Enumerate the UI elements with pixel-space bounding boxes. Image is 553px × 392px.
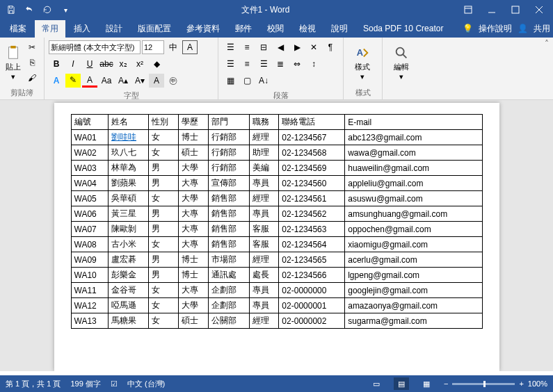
change-case-icon[interactable]: Aa (99, 74, 114, 88)
tab-file[interactable]: 檔案 (3, 20, 33, 38)
subscript-button[interactable]: x₂ (115, 57, 131, 71)
table-cell[interactable]: 行銷部 (209, 130, 249, 145)
table-cell[interactable]: 金谷哥 (109, 283, 149, 298)
table-cell[interactable]: 大專 (179, 283, 209, 298)
table-cell[interactable]: 博士 (179, 252, 209, 268)
table-cell[interactable]: 男 (149, 206, 179, 222)
table-cell[interactable]: 大專 (179, 237, 209, 252)
enclose-char-icon[interactable]: ㊥ (166, 74, 181, 88)
table-cell[interactable]: WA12 (71, 298, 109, 313)
table-header[interactable]: E-mail (345, 115, 482, 130)
table-row[interactable]: WA11金谷哥女大專企劃部專員02-0000000googlejin@gmail… (71, 283, 482, 298)
table-cell[interactable]: 啞馬遜 (109, 298, 149, 313)
table-header[interactable]: 姓名 (109, 115, 149, 130)
font-size-select[interactable]: 12 (142, 40, 164, 54)
paste-button[interactable]: 貼上▾ (4, 40, 22, 86)
table-cell[interactable]: 助理 (249, 145, 279, 161)
table-cell[interactable]: 黃三星 (109, 206, 149, 222)
table-row[interactable]: WA07陳歐剝男大專銷售部客服02-1234563oppochen@gmail.… (71, 222, 482, 237)
table-cell[interactable]: WA11 (71, 283, 109, 298)
line-spacing-icon[interactable]: ↕ (306, 57, 321, 71)
table-row[interactable]: WA12啞馬遜女大學企劃部專員02-0000001amazaonya@gmail… (71, 298, 482, 313)
table-header[interactable]: 性別 (149, 115, 179, 130)
table-cell[interactable]: 02-0000000 (279, 283, 345, 298)
table-cell[interactable]: 劉哇哇 (109, 130, 149, 145)
underline-button[interactable]: U (82, 57, 97, 71)
table-cell[interactable]: asuswu@gmail.com (345, 191, 482, 206)
table-header[interactable]: 學歷 (179, 115, 209, 130)
table-cell[interactable]: 專員 (249, 176, 279, 191)
italic-button[interactable]: I (65, 57, 81, 71)
phonetic-guide-icon[interactable]: 中 (166, 40, 181, 54)
table-row[interactable]: WA08古小米女大專銷售部客服02-1234564xiaomigu@gmail.… (71, 237, 482, 252)
table-cell[interactable]: 02-1234567 (279, 130, 345, 145)
table-cell[interactable]: acerlu@gmail.com (345, 252, 482, 268)
table-header[interactable]: 編號 (71, 115, 109, 130)
table-cell[interactable]: 碩士 (179, 145, 209, 161)
table-cell[interactable]: WA09 (71, 252, 109, 268)
table-cell[interactable]: 男 (149, 176, 179, 191)
tab-references[interactable]: 參考資料 (179, 20, 227, 38)
table-cell[interactable]: 陳歐剝 (109, 222, 149, 237)
align-left-icon[interactable]: ☰ (223, 57, 238, 71)
text-effects-icon[interactable]: A (49, 74, 64, 88)
table-cell[interactable]: 專員 (249, 298, 279, 313)
table-cell[interactable]: 02-1234563 (279, 222, 345, 237)
table-cell[interactable]: 行銷部 (209, 145, 249, 161)
table-cell[interactable]: 古小米 (109, 237, 149, 252)
table-cell[interactable]: 馬糖果 (109, 313, 149, 329)
editing-button[interactable]: 編輯▾ (387, 40, 416, 86)
table-cell[interactable]: sugarma@gmail.com (345, 313, 482, 329)
print-layout-icon[interactable]: ▤ (394, 377, 409, 390)
table-cell[interactable]: 吳華碩 (109, 191, 149, 206)
table-row[interactable]: WA03林華為男大學行銷部美編02-1234569huaweilin@gmail… (71, 161, 482, 176)
redo-icon[interactable] (39, 2, 56, 17)
table-cell[interactable]: 林華為 (109, 161, 149, 176)
table-cell[interactable]: 男 (149, 161, 179, 176)
tab-view[interactable]: 檢視 (292, 20, 323, 38)
cut-icon[interactable]: ✂ (24, 40, 40, 54)
table-cell[interactable]: 02-1234568 (279, 145, 345, 161)
tab-design[interactable]: 設計 (99, 20, 129, 38)
table-cell[interactable]: 02-1234569 (279, 161, 345, 176)
align-center-icon[interactable]: ≡ (239, 57, 255, 71)
table-cell[interactable]: 02-0000001 (279, 298, 345, 313)
shading-icon[interactable]: ▦ (223, 74, 238, 88)
table-cell[interactable]: 女 (149, 130, 179, 145)
table-cell[interactable]: 大專 (179, 206, 209, 222)
table-cell[interactable]: 大專 (179, 176, 209, 191)
table-cell[interactable]: 博士 (179, 268, 209, 283)
table-cell[interactable]: WA02 (71, 145, 109, 161)
table-cell[interactable]: WA03 (71, 161, 109, 176)
table-cell[interactable]: 客服 (249, 222, 279, 237)
page-indicator[interactable]: 第 1 頁，共 1 頁 (6, 379, 61, 389)
table-cell[interactable]: 市場部 (209, 252, 249, 268)
word-count[interactable]: 199 個字 (70, 379, 100, 389)
table-cell[interactable]: 美編 (249, 161, 279, 176)
web-layout-icon[interactable]: ▦ (419, 377, 434, 390)
table-cell[interactable]: WA10 (71, 268, 109, 283)
tab-layout[interactable]: 版面配置 (131, 20, 178, 38)
table-cell[interactable]: 劉蘋果 (109, 176, 149, 191)
tab-home[interactable]: 常用 (35, 20, 65, 38)
asian-layout-icon[interactable]: ✕ (306, 40, 321, 54)
spell-check-icon[interactable]: ☑ (111, 379, 118, 389)
table-cell[interactable]: 彭樂金 (109, 268, 149, 283)
increase-indent-icon[interactable]: ▶ (289, 40, 305, 54)
table-row[interactable]: WA09盧宏碁男博士市場部經理02-1234565acerlu@gmail.co… (71, 252, 482, 268)
zoom-in-button[interactable]: + (519, 379, 523, 388)
table-cell[interactable]: 企劃部 (209, 298, 249, 313)
share-icon[interactable]: 👤 (518, 24, 528, 33)
table-cell[interactable]: 大專 (179, 222, 209, 237)
table-cell[interactable]: appleliu@gmail.com (345, 176, 482, 191)
table-cell[interactable]: 銷售部 (209, 222, 249, 237)
table-cell[interactable]: amsunghuang@gmail.com (345, 206, 482, 222)
table-cell[interactable]: lgpeng@gmail.com (345, 268, 482, 283)
save-icon[interactable] (3, 2, 19, 17)
table-cell[interactable]: 宣傳部 (209, 176, 249, 191)
table-row[interactable]: WA05吳華碩女大學銷售部經理02-1234561asuswu@gmail.co… (71, 191, 482, 206)
table-cell[interactable]: abc123@gmail.com (345, 130, 482, 145)
table-cell[interactable]: 銷售部 (209, 206, 249, 222)
styles-button[interactable]: A 樣式▾ (348, 40, 377, 86)
table-cell[interactable]: 專員 (249, 283, 279, 298)
